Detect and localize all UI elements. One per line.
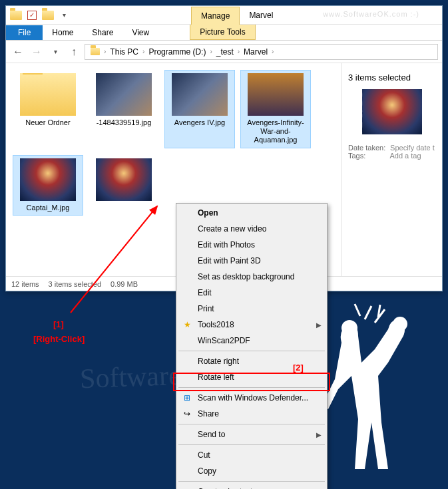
share-tab[interactable]: Share (83, 25, 122, 40)
menu-item-label: Edit with Photos (198, 240, 255, 249)
back-button[interactable]: ← (10, 44, 26, 60)
file-label: -1484339519.jpg (97, 118, 152, 127)
home-tab[interactable]: Home (43, 25, 83, 40)
picture-tools-tab[interactable]: Picture Tools (190, 25, 255, 40)
folder-item[interactable]: Neuer Ordner (13, 70, 83, 148)
thumbnail (20, 158, 76, 201)
menu-item-label: Set as desktop background (198, 272, 294, 281)
menu-separator (178, 351, 325, 351)
qat-dropdown-icon[interactable]: ▾ (57, 8, 71, 23)
menu-item-tools2018[interactable]: ★Tools2018▶ (178, 317, 326, 333)
menu-item-icon: ⊞ (182, 393, 192, 403)
context-menu: OpenCreate a new videoEdit with PhotosEd… (176, 203, 328, 489)
watermark-text: www.SoftwareOK.com :-) (323, 10, 419, 18)
annotation-arrow (64, 200, 170, 319)
details-metadata: Date taken: Specify date t Tags: Add a t… (348, 144, 435, 160)
file-item[interactable]: -1484339519.jpg (89, 70, 159, 148)
svg-point-1 (341, 320, 357, 336)
chevron-right-icon[interactable]: › (142, 48, 144, 55)
up-button[interactable]: ↑ (66, 44, 82, 60)
thumbnail (20, 73, 76, 116)
date-taken-label: Date taken: (348, 144, 388, 152)
location-folder-icon (88, 45, 103, 59)
thumbnail (96, 158, 152, 201)
menu-separator (178, 387, 325, 388)
file-label: Neuer Ordner (25, 118, 70, 127)
menu-item-winscan2pdf[interactable]: WinScan2PDF (178, 333, 326, 349)
address-bar[interactable]: › This PC › Programme (D:) › _test › Mar… (85, 44, 438, 60)
menu-item-edit-with-photos[interactable]: Edit with Photos (178, 237, 326, 253)
menu-separator (178, 424, 325, 424)
quick-access-toolbar: ✓ ▾ (9, 8, 71, 23)
menu-separator (178, 444, 325, 445)
details-thumbnail (362, 89, 422, 134)
tags-value[interactable]: Add a tag (389, 152, 421, 160)
view-tab[interactable]: View (122, 25, 158, 40)
crumb-test[interactable]: _test (214, 47, 236, 57)
details-pane: 3 items selected Date taken: Specify dat… (341, 63, 442, 276)
submenu-arrow-icon: ▶ (316, 431, 322, 438)
chevron-right-icon[interactable]: › (272, 48, 274, 55)
file-tab[interactable]: File (6, 25, 43, 40)
annotation-2: [2] (293, 363, 304, 373)
menu-item-share[interactable]: ↪Share (178, 406, 326, 422)
menu-item-copy[interactable]: Copy (178, 463, 326, 479)
crumb-this-pc[interactable]: This PC (107, 47, 141, 57)
menu-item-send-to[interactable]: Send to▶ (178, 426, 326, 442)
menu-item-label: Cut (198, 450, 210, 460)
menu-item-create-shortcut[interactable]: Create shortcut (178, 484, 326, 489)
thumbnail (172, 73, 228, 116)
menu-item-create-a-new-video[interactable]: Create a new video (178, 221, 326, 237)
file-label: Avengers IV.jpg (174, 118, 225, 127)
window-title: Marvel (249, 11, 273, 20)
annotation-1: [1] (53, 319, 64, 329)
crumb-marvel[interactable]: Marvel (241, 47, 270, 57)
properties-checkbox-icon[interactable]: ✓ (25, 8, 39, 23)
menu-separator (178, 481, 325, 482)
menu-item-set-as-desktop-background[interactable]: Set as desktop background (178, 269, 326, 285)
menu-item-label: Rotate left (198, 373, 234, 382)
menu-item-label: Share (198, 409, 219, 418)
menu-item-label: Tools2018 (198, 320, 234, 329)
file-label: Captai_M.jpg (27, 204, 70, 212)
forward-button[interactable]: → (29, 44, 45, 60)
menu-item-label: WinScan2PDF (198, 336, 250, 345)
recent-dropdown-icon[interactable]: ▾ (47, 44, 63, 60)
menu-item-label: Edit (198, 288, 212, 297)
address-bar-row: ← → ▾ ↑ › This PC › Programme (D:) › _te… (6, 41, 442, 63)
thumbnail (248, 73, 304, 116)
chevron-right-icon[interactable]: › (104, 48, 106, 55)
file-item[interactable]: Avengers-Infinity-War-and-Aquaman.jpg (240, 70, 311, 148)
chevron-right-icon[interactable]: › (238, 48, 240, 55)
file-item[interactable]: Avengers IV.jpg (164, 70, 235, 148)
menu-item-icon: ★ (182, 319, 192, 330)
svg-point-2 (393, 317, 407, 331)
menu-item-edit-with-paint-3d[interactable]: Edit with Paint 3D (178, 253, 326, 269)
submenu-arrow-icon: ▶ (316, 321, 322, 329)
file-label: Avengers-Infinity-War-and-Aquaman.jpg (244, 118, 308, 145)
new-folder-icon[interactable] (41, 8, 55, 23)
svg-line-0 (71, 206, 157, 313)
menu-item-label: Send to (198, 430, 225, 439)
menu-item-label: Scan with Windows Defender... (198, 393, 308, 403)
folder-icon[interactable] (9, 8, 23, 23)
thumbnail (96, 73, 152, 116)
date-taken-value[interactable]: Specify date t (390, 144, 435, 152)
menu-item-open[interactable]: Open (178, 205, 326, 221)
details-selection-count: 3 items selected (348, 73, 435, 82)
menu-item-label: Rotate right (198, 357, 239, 366)
tags-label: Tags: (348, 152, 388, 160)
menu-item-cut[interactable]: Cut (178, 447, 326, 463)
chevron-right-icon[interactable]: › (210, 48, 212, 55)
menu-item-label: Edit with Paint 3D (198, 256, 261, 265)
menu-item-edit[interactable]: Edit (178, 285, 326, 301)
titlebar: ✓ ▾ Manage Marvel www.SoftwareOK.com :-) (6, 6, 442, 25)
annotation-1-text: [Right-Click] (33, 334, 85, 344)
menu-item-scan-with-windows-defender-[interactable]: ⊞Scan with Windows Defender... (178, 390, 326, 406)
status-item-count: 12 items (11, 280, 39, 288)
menu-item-label: Print (198, 304, 214, 313)
menu-item-label: Copy (198, 466, 216, 476)
menu-item-print[interactable]: Print (178, 301, 326, 317)
crumb-drive[interactable]: Programme (D:) (146, 47, 208, 57)
menu-item-label: Create a new video (198, 224, 266, 234)
